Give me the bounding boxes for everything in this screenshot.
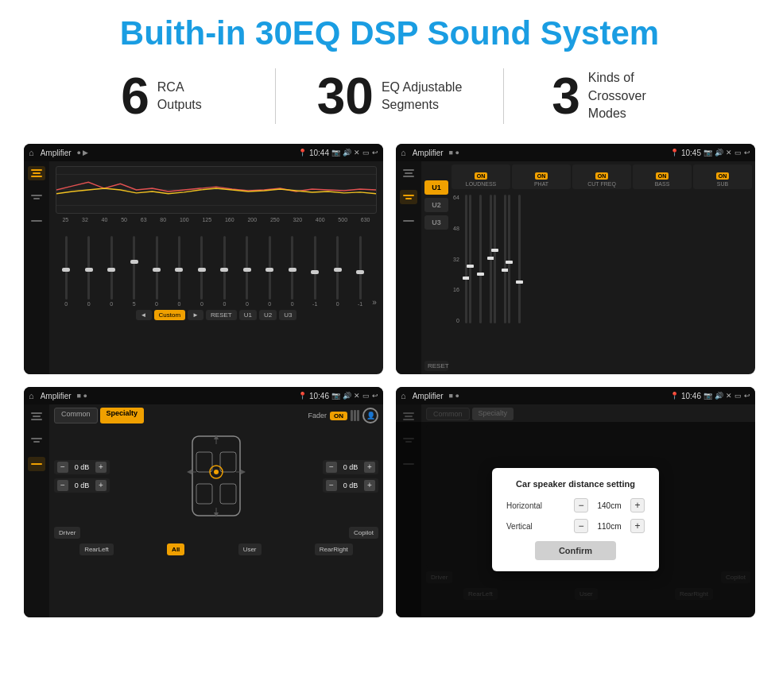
db-minus-3[interactable]: − (326, 462, 337, 473)
fader-right-controls: − 0 dB + − 0 dB + (323, 428, 378, 524)
sidebar-vol-icon-3[interactable] (28, 457, 45, 471)
user-btn[interactable]: User (238, 543, 262, 555)
eq-slider-10[interactable]: 0 (282, 236, 303, 307)
sidebar-eq-icon[interactable] (28, 166, 45, 180)
u2-btn[interactable]: U2 (424, 198, 448, 212)
db-plus-2[interactable]: + (95, 480, 107, 491)
module-phat: ON PHAT (512, 164, 571, 189)
screenshots-grid: ⌂ Amplifier ● ▶ 📍 10:44 📷🔊✕▭↩ (0, 136, 779, 625)
eq-slider-12[interactable]: 0 (327, 236, 347, 307)
sidebar-vol-icon[interactable] (28, 214, 45, 228)
screen2-sidebar (396, 161, 421, 374)
eq-prev-btn[interactable]: ◄ (136, 310, 152, 320)
tab-specialty[interactable]: Specialty (100, 408, 145, 423)
horizontal-plus-btn[interactable]: + (630, 498, 645, 512)
eq-slider-8[interactable]: 0 (237, 236, 258, 307)
dialog-box: Car speaker distance setting Horizontal … (492, 468, 659, 571)
vslider-3[interactable] (479, 195, 482, 323)
eq-slider-2[interactable]: 0 (101, 236, 122, 307)
screen3-time: 10:46 (309, 392, 329, 400)
freq-40: 40 (102, 217, 108, 222)
vertical-plus-btn[interactable]: + (630, 519, 645, 533)
u1-btn[interactable]: U1 (424, 180, 448, 195)
db-plus-1[interactable]: + (95, 462, 107, 473)
home-icon-1[interactable]: ⌂ (29, 148, 34, 157)
sidebar-wave-icon-2[interactable] (400, 190, 417, 204)
db-plus-4[interactable]: + (364, 480, 375, 491)
eq-u1-btn[interactable]: U1 (239, 310, 257, 320)
eq-slider-3[interactable]: 5 (123, 236, 144, 307)
freq-400: 400 (316, 217, 325, 222)
sidebar-vol-icon-2[interactable] (400, 214, 417, 228)
db-value-3: 0 dB (339, 463, 362, 471)
home-icon-2[interactable]: ⌂ (401, 148, 406, 157)
freq-160: 160 (225, 217, 234, 222)
eq-slider-9[interactable]: 0 (259, 236, 280, 307)
stat-number-rca: 6 (121, 71, 149, 122)
db-minus-4[interactable]: − (326, 480, 337, 491)
eq-slider-6[interactable]: 0 (192, 236, 212, 307)
vslider-5[interactable] (494, 195, 496, 323)
eq-custom-btn[interactable]: Custom (154, 310, 186, 320)
confirm-button[interactable]: Confirm (535, 541, 616, 560)
eq-slider-5[interactable]: 0 (169, 236, 189, 307)
screen3-body: Common Specialty Fader ON 👤 (24, 404, 383, 617)
sidebar-wave-icon[interactable] (28, 190, 45, 204)
svg-marker-14 (241, 470, 246, 474)
copilot-btn[interactable]: Copilot (349, 527, 378, 539)
sidebar-eq-icon-3[interactable] (28, 409, 45, 423)
sidebar-wave-icon-3[interactable] (28, 433, 45, 447)
eq-play-btn[interactable]: ► (188, 310, 203, 320)
driver-btn[interactable]: Driver (54, 527, 80, 539)
vslider-1[interactable] (465, 195, 467, 323)
bass-label: BASS (634, 181, 690, 187)
eq-reset-btn[interactable]: RESET (206, 310, 237, 320)
freq-labels: 25 32 40 50 63 80 100 125 160 200 250 32… (56, 217, 377, 222)
eq-slider-13[interactable]: -1 (350, 236, 370, 307)
status-bar-3: ⌂ Amplifier ■ ● 📍 10:46 📷🔊✕▭↩ (24, 387, 383, 404)
horizontal-minus-btn[interactable]: − (574, 498, 588, 512)
profile-icon[interactable]: 👤 (362, 408, 378, 423)
module-loudness: ON LOUDNESS (452, 164, 510, 189)
dialog-vertical-stepper: − 110cm + (574, 519, 645, 533)
eq-slider-1[interactable]: 0 (78, 236, 99, 307)
eq-slider-4[interactable]: 0 (146, 236, 167, 307)
vertical-value: 110cm (591, 522, 627, 531)
fader-bottom-btns: Driver Copilot (54, 524, 378, 540)
on-badge-loudness: ON (475, 172, 488, 180)
vslider-6[interactable] (504, 195, 506, 323)
eq-u2-btn[interactable]: U2 (259, 310, 277, 320)
vslider-7[interactable] (508, 195, 510, 323)
screen4-time: 10:46 (681, 392, 701, 400)
vslider-8[interactable] (518, 195, 521, 323)
svg-marker-12 (187, 470, 192, 474)
home-icon-4[interactable]: ⌂ (401, 391, 406, 400)
phat-label: PHAT (514, 181, 569, 187)
tab-common[interactable]: Common (54, 408, 98, 423)
rearright-btn[interactable]: RearRight (315, 543, 353, 555)
db-minus-1[interactable]: − (57, 462, 68, 473)
reset-btn[interactable]: RESET (424, 361, 448, 371)
vslider-2[interactable] (469, 195, 471, 323)
screen1-title: Amplifier (41, 149, 72, 157)
eq-slider-7[interactable]: 0 (214, 236, 234, 307)
u3-btn[interactable]: U3 (424, 215, 448, 230)
all-btn[interactable]: All (167, 543, 184, 555)
db-value-4: 0 dB (339, 481, 362, 489)
eq-slider-11[interactable]: -1 (304, 236, 325, 307)
vertical-minus-btn[interactable]: − (574, 519, 588, 533)
rearleft-btn[interactable]: RearLeft (79, 543, 114, 555)
status-bar-4: ⌂ Amplifier ■ ● 📍 10:46 📷🔊✕▭↩ (396, 387, 755, 404)
dialog-horizontal-stepper: − 140cm + (574, 498, 645, 512)
freq-630: 630 (361, 217, 370, 222)
sidebar-eq-icon-2[interactable] (400, 166, 417, 180)
vert-sliders (465, 195, 750, 323)
db-plus-3[interactable]: + (364, 462, 375, 473)
eq-u3-btn[interactable]: U3 (279, 310, 296, 320)
cutfreq-label: CUT FREQ (574, 181, 630, 187)
db-minus-2[interactable]: − (57, 480, 68, 491)
vslider-4[interactable] (490, 195, 492, 323)
screen2-body: U1 U2 U3 RESET ON LOUDNESS (396, 161, 755, 374)
eq-slider-0[interactable]: 0 (56, 236, 76, 307)
home-icon-3[interactable]: ⌂ (29, 391, 34, 400)
